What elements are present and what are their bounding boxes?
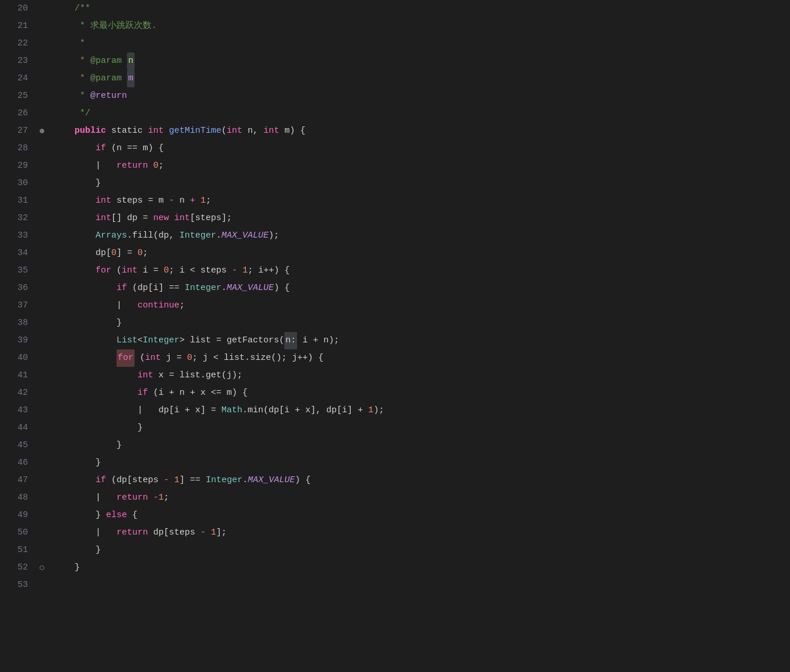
line-35: for (int i = 0; i < steps - 1; i++) { — [54, 262, 790, 280]
line-53 — [54, 576, 790, 594]
line-num-27: 27 — [7, 122, 28, 140]
line-num-51: 51 — [7, 542, 28, 559]
line-num-35: 35 — [7, 262, 28, 280]
gutter-23 — [35, 52, 49, 70]
gutter — [35, 0, 49, 672]
line-50: | return dp[steps - 1]; — [54, 524, 790, 542]
line-num-26: 26 — [7, 105, 28, 122]
line-num-43: 43 — [7, 402, 28, 419]
gutter-42 — [35, 384, 49, 402]
line-39: List<Integer> list = getFactors(n: i + n… — [54, 332, 790, 349]
gutter-40 — [35, 349, 49, 367]
line-44: } — [54, 419, 790, 437]
line-num-49: 49 — [7, 507, 28, 524]
gutter-27[interactable] — [35, 122, 49, 140]
gutter-21 — [35, 17, 49, 35]
line-num-42: 42 — [7, 384, 28, 402]
line-num-21: 21 — [7, 17, 28, 35]
line-38: } — [54, 314, 790, 332]
gutter-32 — [35, 210, 49, 227]
gutter-29 — [35, 157, 49, 175]
line-num-23: 23 — [7, 52, 28, 70]
line-49: } else { — [54, 507, 790, 524]
line-num-29: 29 — [7, 157, 28, 175]
gutter-44 — [35, 419, 49, 437]
gutter-30 — [35, 175, 49, 192]
line-num-36: 36 — [7, 280, 28, 297]
line-num-47: 47 — [7, 472, 28, 489]
line-52: } — [54, 559, 790, 576]
line-29: | return 0; — [54, 157, 790, 175]
gutter-22 — [35, 35, 49, 52]
gutter-20 — [35, 0, 49, 17]
line-47: if (dp[steps - 1] == Integer.MAX_VALUE) … — [54, 472, 790, 489]
line-num-34: 34 — [7, 245, 28, 262]
line-num-38: 38 — [7, 314, 28, 332]
line-33: Arrays.fill(dp, Integer.MAX_VALUE); — [54, 227, 790, 245]
gutter-28 — [35, 140, 49, 157]
gutter-48 — [35, 489, 49, 507]
line-num-41: 41 — [7, 367, 28, 384]
code-editor: 20 21 22 23 24 25 26 27 28 29 30 31 32 3… — [0, 0, 790, 672]
gutter-36 — [35, 280, 49, 297]
line-26: */ — [54, 105, 790, 122]
code-content: /** * 求最小跳跃次数. * * @param n * @param m *… — [49, 0, 790, 672]
gutter-34 — [35, 245, 49, 262]
line-num-33: 33 — [7, 227, 28, 245]
line-num-20: 20 — [7, 0, 28, 17]
line-46: } — [54, 454, 790, 472]
gutter-41 — [35, 367, 49, 384]
gutter-25 — [35, 87, 49, 105]
line-num-45: 45 — [7, 437, 28, 454]
line-num-28: 28 — [7, 140, 28, 157]
line-25: * @return — [54, 87, 790, 105]
line-num-44: 44 — [7, 419, 28, 437]
line-27: public static int getMinTime(int n, int … — [54, 122, 790, 140]
line-41: int x = list.get(j); — [54, 367, 790, 384]
line-43: | dp[i + x] = Math.min(dp[i + x], dp[i] … — [54, 402, 790, 419]
line-32: int[] dp = new int[steps]; — [54, 210, 790, 227]
gutter-47 — [35, 472, 49, 489]
line-36: if (dp[i] == Integer.MAX_VALUE) { — [54, 280, 790, 297]
line-51: } — [54, 542, 790, 559]
line-23: * @param n — [54, 52, 790, 70]
gutter-49 — [35, 507, 49, 524]
line-37: | continue; — [54, 297, 790, 314]
gutter-26 — [35, 105, 49, 122]
line-48: | return -1; — [54, 489, 790, 507]
line-num-48: 48 — [7, 489, 28, 507]
line-34: dp[0] = 0; — [54, 245, 790, 262]
gutter-53 — [35, 576, 49, 594]
line-num-32: 32 — [7, 210, 28, 227]
line-31: int steps = m - n + 1; — [54, 192, 790, 210]
line-num-53: 53 — [7, 576, 28, 594]
gutter-51 — [35, 542, 49, 559]
line-28: if (n == m) { — [54, 140, 790, 157]
line-num-25: 25 — [7, 87, 28, 105]
gutter-35 — [35, 262, 49, 280]
line-num-39: 39 — [7, 332, 28, 349]
line-num-30: 30 — [7, 175, 28, 192]
gutter-24 — [35, 70, 49, 87]
line-20: /** — [54, 0, 790, 17]
gutter-45 — [35, 437, 49, 454]
line-42: if (i + n + x <= m) { — [54, 384, 790, 402]
line-40: for (int j = 0; j < list.size(); j++) { — [54, 349, 790, 367]
line-22: * — [54, 35, 790, 52]
line-num-37: 37 — [7, 297, 28, 314]
line-numbers: 20 21 22 23 24 25 26 27 28 29 30 31 32 3… — [0, 0, 35, 672]
gutter-52[interactable] — [35, 559, 49, 576]
gutter-50 — [35, 524, 49, 542]
line-num-52: 52 — [7, 559, 28, 576]
gutter-43 — [35, 402, 49, 419]
line-num-31: 31 — [7, 192, 28, 210]
line-num-46: 46 — [7, 454, 28, 472]
line-num-24: 24 — [7, 70, 28, 87]
gutter-37 — [35, 297, 49, 314]
line-30: } — [54, 175, 790, 192]
line-num-40: 40 — [7, 349, 28, 367]
gutter-39 — [35, 332, 49, 349]
line-num-22: 22 — [7, 35, 28, 52]
line-45: } — [54, 437, 790, 454]
line-21: * 求最小跳跃次数. — [54, 17, 790, 35]
